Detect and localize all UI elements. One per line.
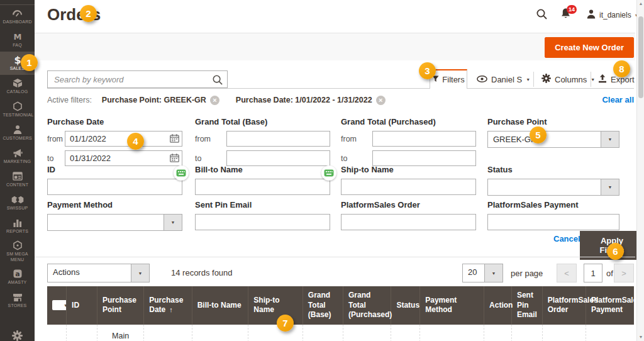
sidebar-item-swissup[interactable]: SWISSUP: [0, 191, 35, 215]
orders-grid: ▼ ID Purchase Point Purchase Date↑ Bill-…: [47, 286, 634, 341]
catalog-icon: [13, 78, 23, 88]
field-label: Bill-to Name: [195, 165, 330, 174]
field-label: Status: [487, 165, 619, 174]
column-header-bill-to[interactable]: Bill-to Name: [192, 286, 248, 325]
sidebar-item-content[interactable]: CONTENT: [0, 168, 35, 191]
vertical-scrollbar[interactable]: ▲ ▼: [636, 0, 644, 341]
remove-filter-icon[interactable]: ×: [376, 96, 386, 105]
sidebar-item-stores[interactable]: STORES: [0, 289, 35, 312]
sidebar-item-faq[interactable]: M FAQ: [0, 28, 35, 52]
cell-ship-to: [248, 325, 303, 341]
sidebar-item-testimonial[interactable]: TESTIMONIAL: [0, 98, 35, 121]
grand-total-purchased-to-input[interactable]: [372, 150, 476, 166]
actions-select[interactable]: Actions ▼: [47, 264, 150, 282]
callout-1: 1: [21, 54, 38, 71]
calendar-icon[interactable]: [170, 134, 179, 145]
from-label: from: [195, 135, 226, 143]
select-caret-button[interactable]: ▼: [131, 264, 149, 282]
column-header-grand-total-purchased[interactable]: Grand Total (Purchased): [343, 286, 391, 325]
column-header-purchase-point[interactable]: Purchase Point: [97, 286, 143, 325]
column-header-ship-to[interactable]: Ship-to Name: [248, 286, 303, 325]
page-size-control: 20 ▼: [462, 264, 503, 282]
select-caret-button[interactable]: ▼: [164, 215, 182, 230]
sidebar-item-catalog[interactable]: CATALOG: [0, 75, 35, 98]
grand-total-base-from-input[interactable]: [226, 131, 330, 147]
from-label: from: [341, 135, 372, 143]
sidebar-item-amasty[interactable]: a AMASTY: [0, 266, 35, 289]
id-input[interactable]: [47, 179, 182, 195]
column-header-purchase-date[interactable]: Purchase Date↑: [144, 286, 192, 325]
grand-total-base-to-input[interactable]: [226, 150, 330, 166]
status-select[interactable]: ▼: [487, 179, 619, 196]
keyword-search-box: [47, 70, 228, 88]
selected-value: [48, 215, 164, 230]
toolbar-separator: [533, 72, 534, 87]
mass-actions-select: Actions ▼: [47, 264, 150, 282]
scrollbar-thumb[interactable]: [638, 16, 643, 98]
sidebar-item-label: SWISSUP: [7, 206, 28, 211]
next-page-button[interactable]: >: [614, 264, 634, 282]
sidebar-item-customers[interactable]: CUSTOMERS: [0, 121, 35, 145]
cell-bill-to: Aris Tzamtzoglou: [192, 325, 248, 341]
magento-admin-orders-page: DASHBOARD M FAQ $ SALES CATALOG TESTIMON…: [0, 0, 644, 341]
column-header-sent-pin[interactable]: Sent Pin Email: [511, 286, 542, 325]
to-label: to: [47, 154, 65, 163]
payment-method-select[interactable]: ▼: [47, 214, 182, 231]
column-header-ps-payment[interactable]: PlatformSales Payment: [586, 286, 634, 325]
create-new-order-button[interactable]: Create New Order: [545, 37, 634, 58]
filter-purchase-date: Purchase Date from to: [47, 117, 182, 170]
calendar-icon[interactable]: [170, 154, 179, 164]
purchase-point-select[interactable]: GREEK-GR ▼: [487, 131, 619, 148]
scroll-down-icon[interactable]: ▼: [637, 335, 644, 339]
search-submit-icon[interactable]: [212, 74, 223, 88]
page-size-select[interactable]: 20 ▼: [462, 264, 503, 282]
keyboard-extension-icon[interactable]: [174, 165, 189, 181]
view-selector[interactable]: Daniel S ▼: [477, 71, 530, 87]
cell-order-id: 7000018: [67, 325, 97, 341]
columns-selector[interactable]: Columns ▼: [541, 71, 595, 87]
chevron-down-icon: ▼: [64, 303, 68, 308]
field-label: Purchase Point: [487, 117, 619, 126]
global-search-icon[interactable]: [536, 8, 548, 23]
scroll-up-icon[interactable]: ▲: [637, 1, 644, 6]
chevron-down-icon: ▼: [492, 271, 496, 276]
cancel-link[interactable]: Cancel: [553, 234, 580, 243]
column-header-id[interactable]: ID: [67, 286, 97, 325]
export-icon: [598, 74, 607, 85]
column-header-grand-total-base[interactable]: Grand Total (Base): [303, 286, 343, 325]
account-menu[interactable]: it_daniels ▼: [586, 9, 639, 21]
ship-to-name-input[interactable]: [341, 179, 476, 195]
select-caret-button[interactable]: ▼: [601, 131, 619, 147]
column-header-payment-method[interactable]: Payment Method: [420, 286, 484, 325]
sidebar-item-reports[interactable]: REPORTS: [0, 215, 35, 238]
sidebar-item-dashboard[interactable]: DASHBOARD: [0, 5, 35, 28]
platformsales-order-input[interactable]: [341, 214, 476, 230]
sidebar-item-system[interactable]: [0, 325, 35, 341]
select-caret-button[interactable]: ▼: [484, 264, 502, 282]
purchase-date-from-input[interactable]: [65, 131, 182, 147]
sidebar-item-sm-mega-menu[interactable]: SM MEGA MENU: [0, 238, 35, 266]
platformsales-payment-input[interactable]: [487, 214, 619, 230]
per-page-label: per page: [511, 269, 543, 278]
current-page-input[interactable]: [584, 264, 602, 282]
to-label: to: [341, 154, 372, 163]
column-header-status[interactable]: Status: [391, 286, 420, 325]
admin-sidebar: DASHBOARD M FAQ $ SALES CATALOG TESTIMON…: [0, 0, 35, 341]
testimonial-icon: [13, 101, 23, 111]
grand-total-purchased-from-input[interactable]: [372, 131, 476, 147]
marketing-icon: [13, 148, 23, 158]
field-label: Ship-to Name: [341, 165, 476, 174]
search-input[interactable]: [48, 71, 227, 87]
purchase-date-to-input[interactable]: [65, 150, 182, 166]
remove-filter-icon[interactable]: ×: [210, 96, 219, 105]
previous-page-button[interactable]: <: [557, 264, 577, 282]
sent-pin-email-input[interactable]: [195, 214, 330, 230]
selected-value: [488, 179, 601, 195]
clear-all-link[interactable]: Clear all: [602, 95, 634, 104]
sidebar-item-marketing[interactable]: MARKETING: [0, 145, 35, 168]
keyboard-extension-icon[interactable]: [321, 165, 336, 181]
column-header-ps-order[interactable]: PlatformSales Order: [542, 286, 586, 325]
filter-id: ID: [47, 165, 182, 195]
bill-to-name-input[interactable]: [195, 179, 330, 195]
select-caret-button[interactable]: ▼: [601, 179, 619, 195]
